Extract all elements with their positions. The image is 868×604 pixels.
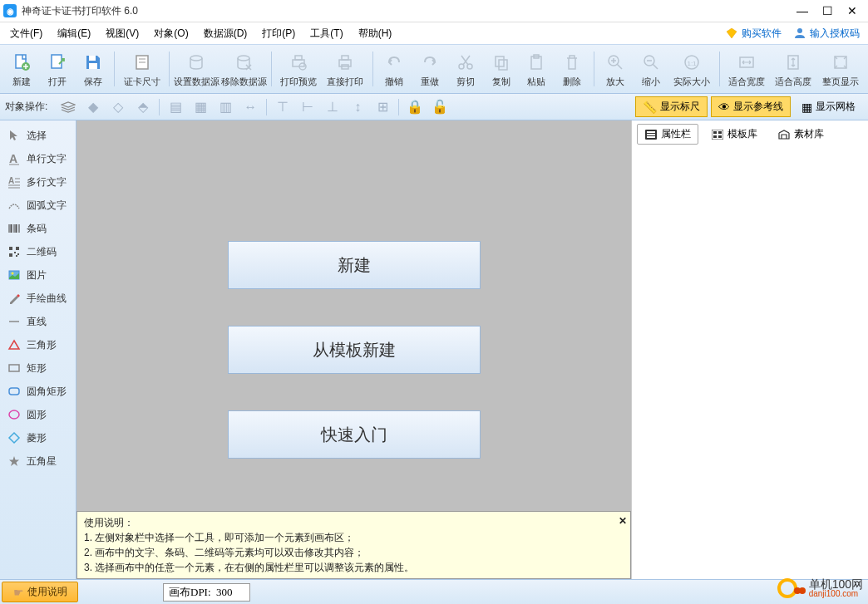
tool-label: 复制 — [492, 76, 510, 88]
layer-up-btn[interactable]: ◆ — [82, 97, 104, 117]
align-left-btn[interactable]: ▤ — [165, 97, 186, 117]
right-tabs: 属性栏 模板库 素材库 — [632, 120, 868, 148]
tool-db-set[interactable]: 设置数据源 — [174, 47, 219, 91]
tool-zoom-out[interactable]: 缩小 — [634, 47, 668, 91]
tool-paste[interactable]: 粘贴 — [520, 47, 554, 91]
svg-rect-34 — [9, 253, 12, 257]
doc-new-icon — [10, 51, 33, 74]
close-button[interactable]: ✕ — [840, 0, 865, 22]
tool-delete[interactable]: 删除 — [555, 47, 589, 91]
menu-help[interactable]: 帮助(H) — [352, 23, 399, 44]
svg-rect-45 — [647, 131, 655, 133]
toggle-grid[interactable]: ▦ 显示网格 — [794, 96, 863, 117]
buy-label: 购买软件 — [742, 27, 782, 41]
distribute-h-btn[interactable]: ↔ — [239, 97, 261, 117]
tool-print-preview[interactable]: 打印预览 — [276, 47, 321, 91]
tab-properties-label: 属性栏 — [661, 127, 691, 141]
quickstart-button[interactable]: 快速入门 — [228, 410, 481, 459]
svg-rect-49 — [713, 131, 717, 134]
left-tool-cursor[interactable]: 选择 — [0, 124, 76, 147]
center-btn[interactable]: ⊞ — [372, 97, 393, 117]
toggle-ruler[interactable]: 📏 显示标尺 — [635, 96, 708, 117]
menu-file[interactable]: 文件(F) — [3, 23, 49, 44]
menu-tools[interactable]: 工具(T) — [303, 23, 349, 44]
menu-object[interactable]: 对象(O) — [147, 23, 195, 44]
align-center-btn[interactable]: ▦ — [190, 97, 211, 117]
tool-db-remove[interactable]: 移除数据源 — [221, 47, 267, 91]
layer-btn[interactable] — [57, 97, 79, 117]
tab-properties[interactable]: 属性栏 — [637, 124, 698, 145]
app-icon: ◉ — [3, 4, 17, 17]
svg-point-39 — [12, 273, 14, 275]
align-top-btn[interactable]: ⊤ — [272, 97, 293, 117]
star-icon — [7, 454, 22, 469]
left-tool-label: 圆形 — [27, 408, 47, 422]
tab-assets[interactable]: 素材库 — [770, 124, 831, 145]
db-remove-icon — [232, 51, 255, 74]
watermark-en: danji100.com — [809, 590, 863, 598]
tool-label: 适合宽度 — [728, 76, 765, 88]
help-close-button[interactable]: ✕ — [619, 513, 627, 528]
tab-templates[interactable]: 模板库 — [703, 124, 765, 145]
menu-edit[interactable]: 编辑(E) — [51, 23, 97, 44]
left-tool-round-rect[interactable]: 圆角矩形 — [0, 380, 76, 403]
tool-save[interactable]: 保存 — [76, 47, 111, 91]
left-tool-text-arc[interactable]: 圆弧文字 — [0, 194, 76, 217]
left-tool-pencil[interactable]: 手绘曲线 — [0, 287, 76, 310]
new-button[interactable]: 新建 — [228, 241, 481, 289]
menu-view[interactable]: 视图(V) — [99, 23, 145, 44]
tool-fit-width[interactable]: 适合宽度 — [724, 47, 769, 91]
left-tool-text-single[interactable]: A单行文字 — [0, 147, 76, 170]
ruler-icon: 📏 — [643, 101, 657, 114]
svg-rect-32 — [9, 247, 12, 250]
svg-rect-37 — [16, 255, 17, 257]
layer-down-btn[interactable]: ◇ — [107, 97, 129, 117]
left-tool-star[interactable]: 五角星 — [0, 449, 76, 473]
round-rect-icon — [7, 384, 22, 399]
tool-fit-page[interactable]: 整页显示 — [818, 47, 863, 91]
distribute-v-btn[interactable]: ↕ — [347, 97, 368, 117]
align-right-btn[interactable]: ▥ — [215, 97, 236, 117]
align-bottom-btn[interactable]: ⊥ — [322, 97, 343, 117]
tool-doc-open[interactable]: 打开 — [41, 47, 75, 91]
left-tool-image[interactable]: 图片 — [0, 263, 76, 287]
tool-cut[interactable]: 剪切 — [448, 47, 482, 91]
left-tool-diamond[interactable]: 菱形 — [0, 426, 76, 449]
menu-datasource[interactable]: 数据源(D) — [197, 23, 254, 44]
tool-label: 移除数据源 — [221, 76, 267, 88]
tool-redo[interactable]: 重做 — [413, 47, 447, 91]
tool-print[interactable]: 直接打印 — [323, 47, 367, 91]
left-tool-barcode[interactable]: 条码 — [0, 217, 76, 240]
left-tool-line[interactable]: 直线 — [0, 310, 76, 333]
auth-link[interactable]: 输入授权码 — [788, 25, 865, 42]
tool-fit-height[interactable]: 适合高度 — [771, 47, 816, 91]
tool-zoom-actual[interactable]: 1:1实际大小 — [669, 47, 714, 91]
lock-btn[interactable]: 🔒 — [404, 97, 426, 117]
tool-doc-new[interactable]: 新建 — [5, 47, 39, 91]
align-middle-btn[interactable]: ⊢ — [297, 97, 318, 117]
tool-page-size[interactable]: 证卡尺寸 — [119, 47, 164, 91]
tool-undo[interactable]: 撤销 — [377, 47, 412, 91]
minimize-button[interactable]: — — [790, 0, 815, 22]
svg-rect-50 — [718, 131, 722, 134]
left-tool-triangle[interactable]: 三角形 — [0, 333, 76, 356]
left-tool-rect[interactable]: 矩形 — [0, 356, 76, 380]
layer-top-btn[interactable]: ⬘ — [132, 97, 154, 117]
left-tool-text-multi[interactable]: A多行文字 — [0, 170, 76, 194]
tool-zoom-in[interactable]: 放大 — [599, 47, 633, 91]
tool-label: 打印预览 — [280, 76, 317, 88]
buy-link[interactable]: 购买软件 — [720, 25, 787, 42]
maximize-button[interactable]: ☐ — [815, 0, 840, 22]
svg-rect-51 — [713, 135, 717, 138]
left-tool-qrcode[interactable]: 二维码 — [0, 240, 76, 263]
left-tool-circle[interactable]: 圆形 — [0, 403, 76, 426]
toggle-guides[interactable]: 👁 显示参考线 — [711, 96, 791, 117]
menu-print[interactable]: 打印(P) — [255, 23, 302, 44]
unlock-btn[interactable]: 🔓 — [429, 97, 451, 117]
tool-copy[interactable]: 复制 — [484, 47, 518, 91]
left-tool-label: 圆角矩形 — [27, 385, 67, 399]
new-from-template-button[interactable]: 从模板新建 — [228, 326, 481, 374]
dpi-value: 300 — [216, 586, 233, 598]
tool-label: 粘贴 — [527, 76, 545, 88]
help-button[interactable]: ☛ 使用说明 — [2, 582, 78, 602]
